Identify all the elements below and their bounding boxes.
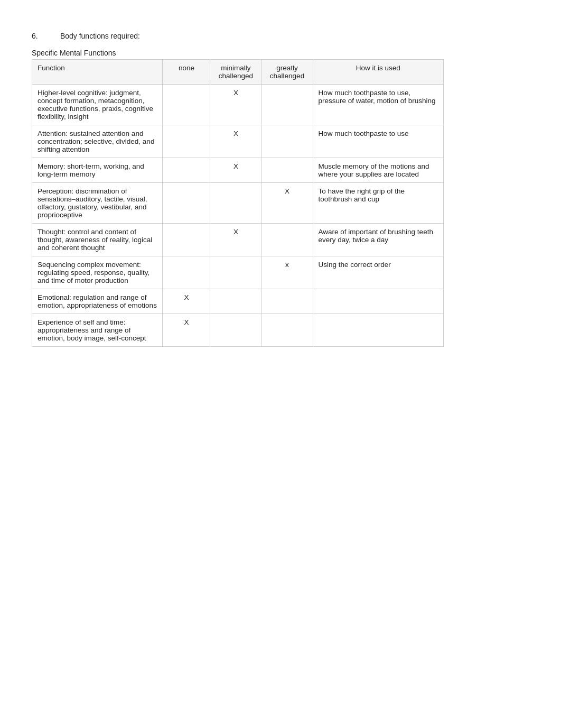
table-row: Perception: discrimination of sensations… [32, 183, 444, 224]
minimally-cell: X [210, 158, 261, 183]
minimally-cell [210, 314, 261, 347]
greatly-cell [261, 289, 313, 314]
section-title: Body functions required: [60, 32, 140, 40]
table-section-title: Specific Mental Functions [32, 49, 529, 57]
function-cell: Thought: control and content of thought,… [32, 224, 163, 256]
how-used-cell: Aware of important of brushing teeth eve… [313, 224, 443, 256]
greatly-cell [261, 85, 313, 125]
minimally-cell [210, 256, 261, 289]
table-row: Memory: short-term, working, and long-te… [32, 158, 444, 183]
section-heading: 6. Body functions required: [32, 32, 529, 40]
none-cell [163, 158, 210, 183]
header-how-used: How it is used [313, 60, 443, 85]
table-row: Attention: sustained attention and conce… [32, 125, 444, 158]
function-cell: Attention: sustained attention and conce… [32, 125, 163, 158]
header-minimally: minimally challenged [210, 60, 261, 85]
header-none: none [163, 60, 210, 85]
mental-functions-table: Function none minimally challenged great… [32, 59, 444, 347]
table-row: Sequencing complex movement: regulating … [32, 256, 444, 289]
how-used-cell [313, 314, 443, 347]
function-cell: Sequencing complex movement: regulating … [32, 256, 163, 289]
function-cell: Emotional: regulation and range of emoti… [32, 289, 163, 314]
function-cell: Experience of self and time: appropriate… [32, 314, 163, 347]
table-row: Emotional: regulation and range of emoti… [32, 289, 444, 314]
none-cell [163, 125, 210, 158]
function-cell: Memory: short-term, working, and long-te… [32, 158, 163, 183]
function-cell: Perception: discrimination of sensations… [32, 183, 163, 224]
greatly-cell: x [261, 256, 313, 289]
greatly-cell [261, 125, 313, 158]
minimally-cell: X [210, 85, 261, 125]
minimally-cell: X [210, 125, 261, 158]
none-cell: X [163, 314, 210, 347]
greatly-cell [261, 224, 313, 256]
how-used-cell [313, 289, 443, 314]
none-cell [163, 256, 210, 289]
none-cell [163, 85, 210, 125]
greatly-cell: X [261, 183, 313, 224]
minimally-cell [210, 183, 261, 224]
table-row: Higher-level cognitive: judgment, concep… [32, 85, 444, 125]
how-used-cell: Muscle memory of the motions and where y… [313, 158, 443, 183]
minimally-cell [210, 289, 261, 314]
none-cell [163, 224, 210, 256]
greatly-cell [261, 158, 313, 183]
function-cell: Higher-level cognitive: judgment, concep… [32, 85, 163, 125]
table-row: Experience of self and time: appropriate… [32, 314, 444, 347]
header-function: Function [32, 60, 163, 85]
greatly-cell [261, 314, 313, 347]
none-cell [163, 183, 210, 224]
table-row: Thought: control and content of thought,… [32, 224, 444, 256]
section-number: 6. [32, 32, 58, 40]
how-used-cell: How much toothpaste to use, pressure of … [313, 85, 443, 125]
none-cell: X [163, 289, 210, 314]
minimally-cell: X [210, 224, 261, 256]
how-used-cell: Using the correct order [313, 256, 443, 289]
how-used-cell: How much toothpaste to use [313, 125, 443, 158]
header-greatly: greatly challenged [261, 60, 313, 85]
how-used-cell: To have the right grip of the toothbrush… [313, 183, 443, 224]
